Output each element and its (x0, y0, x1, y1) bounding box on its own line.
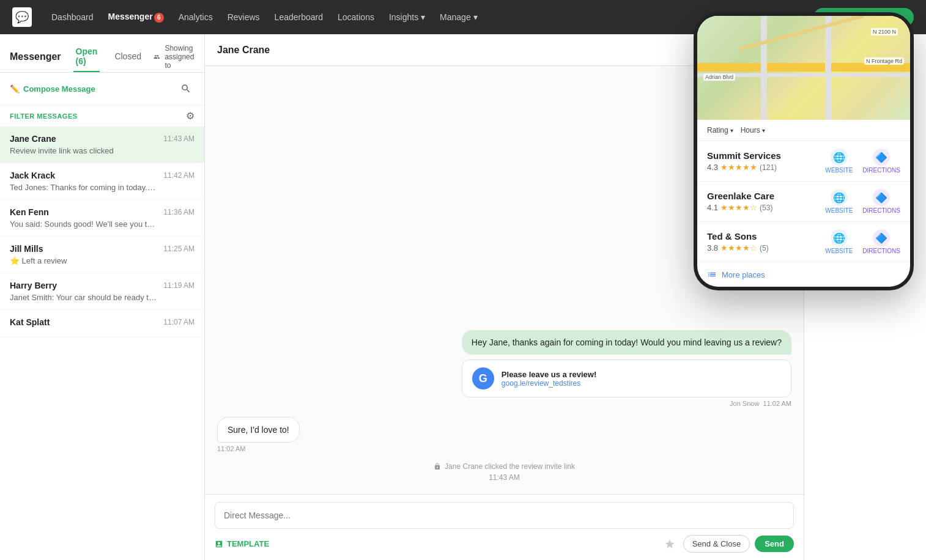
system-msg-text: Jane Crane clicked the review invite lin… (434, 462, 575, 471)
conv-item-jill-mills[interactable]: Jill Mills 11:25 AM ⭐ Left a review (0, 237, 204, 273)
phone-filters: Rating ▾ Hours ▾ (697, 120, 910, 141)
template-icon (215, 540, 223, 548)
conv-time: 11:43 AM (163, 134, 194, 143)
conv-preview: You said: Sounds good! We'll see you the… (10, 219, 157, 229)
conv-preview: Review invite link was clicked (10, 146, 157, 155)
nav-manage[interactable]: Manage ▾ (440, 12, 477, 22)
tab-open[interactable]: Open (6) (73, 42, 100, 72)
chat-input-area: TEMPLATE Send & Close Send (205, 494, 804, 560)
review-count: (5) (760, 244, 769, 252)
place-info: Greenlake Care 4.1 ★★★★☆ (53) (707, 191, 825, 212)
review-card-text: Please leave us a review! (502, 370, 596, 379)
direct-message-input[interactable] (215, 502, 794, 529)
rating-number: 4.3 (707, 163, 718, 172)
directions-icon: 🔷 (873, 229, 890, 246)
messenger-panel: Messenger Open (6) Closed Showing assign… (0, 34, 205, 560)
message-meta: 11:02 AM (217, 445, 300, 452)
star-button[interactable] (661, 536, 678, 553)
search-icon (180, 83, 191, 94)
conv-item-kat-splatt[interactable]: Kat Splatt 11:07 AM (0, 310, 204, 337)
directions-button[interactable]: 🔷 DIRECTIONS (862, 149, 900, 174)
message-bubble: Sure, I'd love to! (217, 417, 300, 443)
website-button[interactable]: 🌐 WEBSITE (825, 229, 853, 254)
directions-button[interactable]: 🔷 DIRECTIONS (862, 229, 900, 254)
conv-item-harry-berry[interactable]: Harry Berry 11:19 AM Janet Smith: Your c… (0, 273, 204, 310)
send-close-button[interactable]: Send & Close (683, 535, 750, 553)
website-label: WEBSITE (825, 167, 853, 174)
compose-row: ✏️ Compose Message (0, 73, 204, 105)
conv-preview: ⭐ Left a review (10, 256, 157, 265)
rating-number: 4.1 (707, 203, 718, 212)
conv-header: Harry Berry 11:19 AM (10, 281, 194, 290)
chat-toolbar: TEMPLATE Send & Close Send (215, 535, 794, 553)
nav-messenger[interactable]: Messenger6 (108, 12, 164, 22)
directions-button[interactable]: 🔷 DIRECTIONS (862, 189, 900, 214)
conv-item-jane-crane[interactable]: Jane Crane 11:43 AM Review invite link w… (0, 127, 204, 163)
chat-actions: Send & Close Send (661, 535, 794, 553)
conv-item-jack-krack[interactable]: Jack Krack 11:42 AM Ted Jones: Thanks fo… (0, 163, 204, 200)
directions-label: DIRECTIONS (862, 207, 900, 214)
template-button[interactable]: TEMPLATE (215, 539, 269, 548)
website-label: WEBSITE (825, 248, 853, 254)
nav-insights[interactable]: Insights ▾ (389, 12, 425, 22)
place-rating: 3.8 ★★★★☆ (5) (707, 243, 825, 252)
place-rating: 4.1 ★★★★☆ (53) (707, 203, 825, 212)
nav-leaderboard[interactable]: Leaderboard (275, 12, 323, 22)
review-card[interactable]: G Please leave us a review! goog.le/revi… (462, 359, 791, 397)
people-icon (154, 51, 160, 63)
directions-label: DIRECTIONS (862, 167, 900, 174)
filter-row: FILTER MESSAGES ⚙ (0, 105, 204, 127)
directions-icon: 🔷 (873, 149, 890, 166)
website-button[interactable]: 🌐 WEBSITE (825, 189, 853, 214)
conv-name: Jill Mills (10, 244, 43, 254)
place-item-summit: Summit Services 4.3 ★★★★★ (121) 🌐 WEBSIT… (697, 141, 910, 182)
nav-dashboard[interactable]: Dashboard (51, 12, 94, 22)
rating-filter[interactable]: Rating ▾ (707, 126, 733, 134)
lock-icon (434, 463, 441, 470)
directions-icon: 🔷 (873, 189, 890, 206)
conv-time: 11:36 AM (163, 208, 194, 216)
conv-header: Jack Krack 11:42 AM (10, 171, 194, 180)
message-sent: Hey Jane, thanks again for coming in tod… (462, 330, 791, 407)
website-label: WEBSITE (825, 207, 853, 214)
place-list: Summit Services 4.3 ★★★★★ (121) 🌐 WEBSIT… (697, 141, 910, 287)
star-icon (664, 539, 675, 550)
nav-analytics[interactable]: Analytics (179, 12, 213, 22)
more-places-button[interactable]: More places (697, 262, 910, 287)
search-button[interactable] (177, 80, 194, 97)
app-logo: 💬 (12, 7, 32, 27)
place-info: Summit Services 4.3 ★★★★★ (121) (707, 150, 825, 172)
send-button[interactable]: Send (755, 536, 794, 552)
compose-message-button[interactable]: ✏️ Compose Message (10, 84, 95, 94)
pencil-icon: ✏️ (10, 84, 20, 94)
stars: ★★★★☆ (720, 203, 757, 212)
conv-preview: Janet Smith: Your car should be ready th… (10, 293, 157, 302)
place-actions: 🌐 WEBSITE 🔷 DIRECTIONS (825, 229, 900, 254)
review-count: (121) (760, 163, 777, 172)
website-button[interactable]: 🌐 WEBSITE (825, 149, 853, 174)
website-icon: 🌐 (831, 229, 848, 246)
hours-filter[interactable]: Hours ▾ (741, 126, 765, 134)
conv-name: Ken Fenn (10, 207, 49, 217)
directions-label: DIRECTIONS (862, 248, 900, 254)
review-card-info: Please leave us a review! goog.le/review… (502, 370, 596, 388)
conv-item-ken-fenn[interactable]: Ken Fenn 11:36 AM You said: Sounds good!… (0, 200, 204, 237)
conv-time: 11:19 AM (163, 281, 194, 290)
rating-number: 3.8 (707, 243, 718, 252)
website-icon: 🌐 (831, 189, 848, 206)
google-logo: G (472, 367, 494, 389)
place-name: Summit Services (707, 150, 825, 161)
place-name: Ted & Sons (707, 231, 825, 241)
stars: ★★★★☆ (720, 243, 757, 252)
tab-closed[interactable]: Closed (112, 46, 144, 67)
place-item-greenlake: Greenlake Care 4.1 ★★★★☆ (53) 🌐 WEBSITE … (697, 182, 910, 222)
showing-label: Showing assigned to (165, 44, 200, 70)
list-icon (707, 270, 717, 279)
nav-locations[interactable]: Locations (338, 12, 374, 22)
nav-reviews[interactable]: Reviews (228, 12, 260, 22)
messenger-title: Messenger (10, 51, 61, 62)
conv-header: Jane Crane 11:43 AM (10, 134, 194, 144)
filter-options-icon[interactable]: ⚙ (186, 110, 194, 122)
phone-mockup: N 2100 N N Frontage Rd Adrian Blvd Ratin… (694, 12, 914, 290)
place-rating: 4.3 ★★★★★ (121) (707, 163, 825, 172)
